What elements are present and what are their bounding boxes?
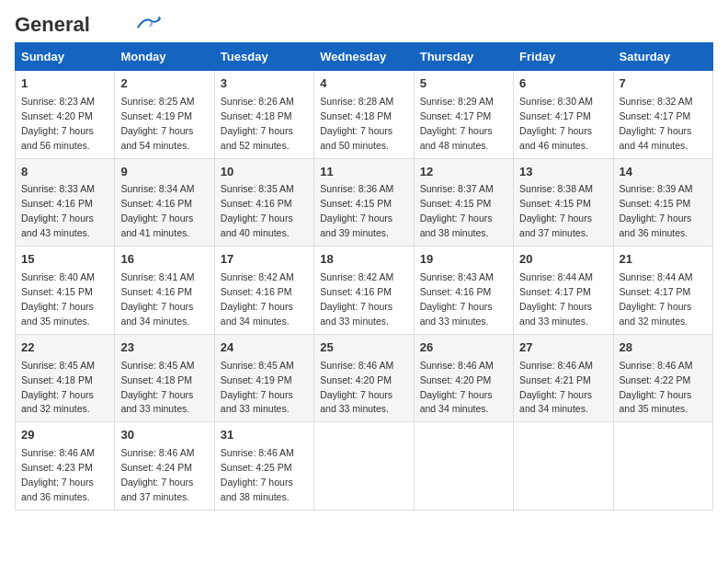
day-info: Sunrise: 8:30 AMSunset: 4:17 PMDaylight:… xyxy=(519,96,593,151)
day-number: 20 xyxy=(519,251,607,269)
calendar-week-3: 15 Sunrise: 8:40 AMSunset: 4:15 PMDaylig… xyxy=(16,247,713,335)
day-number: 8 xyxy=(21,164,108,181)
day-number: 1 xyxy=(21,75,108,93)
calendar-cell: 6 Sunrise: 8:30 AMSunset: 4:17 PMDayligh… xyxy=(514,71,613,159)
day-info: Sunrise: 8:43 AMSunset: 4:16 PMDaylight:… xyxy=(420,271,494,327)
calendar-week-5: 29 Sunrise: 8:46 AMSunset: 4:23 PMDaylig… xyxy=(16,422,713,511)
day-info: Sunrise: 8:34 AMSunset: 4:16 PMDaylight:… xyxy=(120,183,194,238)
day-info: Sunrise: 8:40 AMSunset: 4:15 PMDaylight:… xyxy=(21,271,95,327)
calendar-cell: 28 Sunrise: 8:46 AMSunset: 4:22 PMDaylig… xyxy=(613,334,712,422)
weekday-header-row: SundayMondayTuesdayWednesdayThursdayFrid… xyxy=(16,43,713,71)
day-info: Sunrise: 8:29 AMSunset: 4:17 PMDaylight:… xyxy=(420,96,494,151)
calendar-cell: 30 Sunrise: 8:46 AMSunset: 4:24 PMDaylig… xyxy=(115,422,214,511)
day-number: 14 xyxy=(620,164,707,181)
calendar-cell: 17 Sunrise: 8:42 AMSunset: 4:16 PMDaylig… xyxy=(214,247,313,335)
day-number: 5 xyxy=(420,75,507,93)
day-number: 18 xyxy=(320,251,407,269)
day-info: Sunrise: 8:45 AMSunset: 4:18 PMDaylight:… xyxy=(120,360,194,415)
calendar-cell: 3 Sunrise: 8:26 AMSunset: 4:18 PMDayligh… xyxy=(214,71,313,159)
calendar-cell: 23 Sunrise: 8:45 AMSunset: 4:18 PMDaylig… xyxy=(115,334,214,422)
day-number: 10 xyxy=(221,164,308,181)
calendar-cell xyxy=(414,422,513,511)
day-info: Sunrise: 8:44 AMSunset: 4:17 PMDaylight:… xyxy=(519,271,593,327)
calendar-cell: 18 Sunrise: 8:42 AMSunset: 4:16 PMDaylig… xyxy=(314,247,414,335)
page-header: General xyxy=(15,15,713,33)
logo: General xyxy=(15,15,162,33)
day-number: 4 xyxy=(320,75,407,93)
day-info: Sunrise: 8:32 AMSunset: 4:17 PMDaylight:… xyxy=(620,96,693,151)
calendar-week-2: 8 Sunrise: 8:33 AMSunset: 4:16 PMDayligh… xyxy=(16,158,713,247)
calendar-cell: 25 Sunrise: 8:46 AMSunset: 4:20 PMDaylig… xyxy=(314,334,414,422)
calendar-cell xyxy=(314,422,414,511)
weekday-header-tuesday: Tuesday xyxy=(214,43,313,71)
calendar-cell: 22 Sunrise: 8:45 AMSunset: 4:18 PMDaylig… xyxy=(16,334,115,422)
day-number: 3 xyxy=(221,75,308,93)
calendar-cell: 27 Sunrise: 8:46 AMSunset: 4:21 PMDaylig… xyxy=(514,334,613,422)
calendar-cell: 31 Sunrise: 8:46 AMSunset: 4:25 PMDaylig… xyxy=(214,422,313,511)
day-info: Sunrise: 8:38 AMSunset: 4:15 PMDaylight:… xyxy=(519,183,593,238)
calendar-cell xyxy=(514,422,613,511)
day-number: 25 xyxy=(320,339,407,357)
calendar-cell: 20 Sunrise: 8:44 AMSunset: 4:17 PMDaylig… xyxy=(514,247,613,335)
day-info: Sunrise: 8:37 AMSunset: 4:15 PMDaylight:… xyxy=(420,183,494,238)
day-number: 29 xyxy=(21,427,108,444)
day-number: 30 xyxy=(120,427,208,444)
day-info: Sunrise: 8:46 AMSunset: 4:20 PMDaylight:… xyxy=(420,360,494,415)
day-info: Sunrise: 8:44 AMSunset: 4:17 PMDaylight:… xyxy=(620,271,693,327)
calendar-table: SundayMondayTuesdayWednesdayThursdayFrid… xyxy=(15,42,713,511)
weekday-header-thursday: Thursday xyxy=(414,43,513,71)
calendar-cell: 1 Sunrise: 8:23 AMSunset: 4:20 PMDayligh… xyxy=(16,71,115,159)
day-info: Sunrise: 8:39 AMSunset: 4:15 PMDaylight:… xyxy=(620,183,693,238)
calendar-cell: 26 Sunrise: 8:46 AMSunset: 4:20 PMDaylig… xyxy=(414,334,513,422)
day-info: Sunrise: 8:42 AMSunset: 4:16 PMDaylight:… xyxy=(221,271,294,327)
day-number: 12 xyxy=(420,164,507,181)
day-info: Sunrise: 8:46 AMSunset: 4:22 PMDaylight:… xyxy=(620,360,693,415)
day-info: Sunrise: 8:45 AMSunset: 4:18 PMDaylight:… xyxy=(21,360,95,415)
calendar-cell: 8 Sunrise: 8:33 AMSunset: 4:16 PMDayligh… xyxy=(16,158,115,247)
logo-text: General xyxy=(15,15,90,35)
day-number: 13 xyxy=(519,164,607,181)
calendar-cell: 19 Sunrise: 8:43 AMSunset: 4:16 PMDaylig… xyxy=(414,247,513,335)
calendar-cell: 21 Sunrise: 8:44 AMSunset: 4:17 PMDaylig… xyxy=(613,247,712,335)
day-info: Sunrise: 8:36 AMSunset: 4:15 PMDaylight:… xyxy=(320,183,393,238)
calendar-cell: 16 Sunrise: 8:41 AMSunset: 4:16 PMDaylig… xyxy=(115,247,214,335)
day-info: Sunrise: 8:45 AMSunset: 4:19 PMDaylight:… xyxy=(221,360,294,415)
day-info: Sunrise: 8:28 AMSunset: 4:18 PMDaylight:… xyxy=(320,96,393,151)
day-info: Sunrise: 8:25 AMSunset: 4:19 PMDaylight:… xyxy=(120,96,194,151)
day-info: Sunrise: 8:46 AMSunset: 4:24 PMDaylight:… xyxy=(120,447,194,502)
day-info: Sunrise: 8:26 AMSunset: 4:18 PMDaylight:… xyxy=(221,96,294,151)
weekday-header-monday: Monday xyxy=(115,43,214,71)
day-info: Sunrise: 8:33 AMSunset: 4:16 PMDaylight:… xyxy=(21,183,95,238)
calendar-cell: 24 Sunrise: 8:45 AMSunset: 4:19 PMDaylig… xyxy=(214,334,313,422)
calendar-cell: 7 Sunrise: 8:32 AMSunset: 4:17 PMDayligh… xyxy=(613,71,712,159)
day-info: Sunrise: 8:46 AMSunset: 4:21 PMDaylight:… xyxy=(519,360,593,415)
calendar-cell: 5 Sunrise: 8:29 AMSunset: 4:17 PMDayligh… xyxy=(414,71,513,159)
day-number: 2 xyxy=(120,75,208,93)
calendar-week-4: 22 Sunrise: 8:45 AMSunset: 4:18 PMDaylig… xyxy=(16,334,713,422)
day-number: 22 xyxy=(21,339,108,357)
day-info: Sunrise: 8:35 AMSunset: 4:16 PMDaylight:… xyxy=(221,183,294,238)
weekday-header-friday: Friday xyxy=(514,43,613,71)
day-number: 16 xyxy=(120,251,208,269)
day-number: 17 xyxy=(221,251,308,269)
day-number: 6 xyxy=(519,75,607,93)
day-number: 9 xyxy=(120,164,208,181)
calendar-week-1: 1 Sunrise: 8:23 AMSunset: 4:20 PMDayligh… xyxy=(16,71,713,159)
day-number: 31 xyxy=(221,427,308,444)
weekday-header-sunday: Sunday xyxy=(16,43,115,71)
day-number: 24 xyxy=(221,339,308,357)
calendar-cell xyxy=(613,422,712,511)
calendar-cell: 2 Sunrise: 8:25 AMSunset: 4:19 PMDayligh… xyxy=(115,71,214,159)
logo-bird-icon xyxy=(134,15,162,31)
calendar-cell: 9 Sunrise: 8:34 AMSunset: 4:16 PMDayligh… xyxy=(115,158,214,247)
day-info: Sunrise: 8:46 AMSunset: 4:25 PMDaylight:… xyxy=(221,447,294,502)
day-number: 28 xyxy=(620,339,707,357)
day-number: 19 xyxy=(420,251,507,269)
day-number: 21 xyxy=(620,251,707,269)
day-number: 27 xyxy=(519,339,607,357)
calendar-cell: 15 Sunrise: 8:40 AMSunset: 4:15 PMDaylig… xyxy=(16,247,115,335)
day-info: Sunrise: 8:42 AMSunset: 4:16 PMDaylight:… xyxy=(320,271,393,327)
day-info: Sunrise: 8:23 AMSunset: 4:20 PMDaylight:… xyxy=(21,96,95,151)
day-number: 15 xyxy=(21,251,108,269)
day-number: 26 xyxy=(420,339,507,357)
